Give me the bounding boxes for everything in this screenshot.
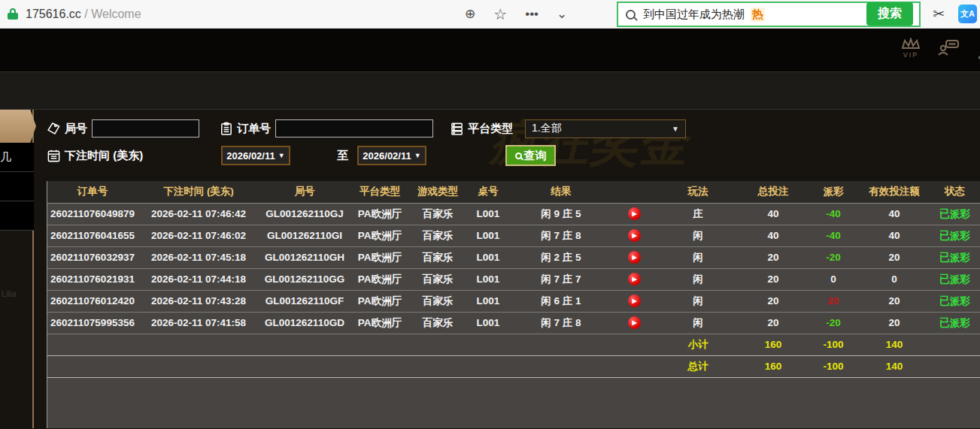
- subtotal-cell-play: [611, 334, 657, 355]
- subtotal-cell-table_no: [466, 334, 511, 355]
- order-no-input[interactable]: [275, 119, 433, 137]
- cell-total_bet: 20: [739, 246, 807, 268]
- table-header-row: 订单号下注时间 (美东)局号平台类型游戏类型桌号结果玩法总投注派彩有效投注额状态: [47, 181, 980, 203]
- subtotal-cell-status: [929, 334, 980, 355]
- play-video-button[interactable]: ▶: [628, 207, 641, 220]
- cell-play: ▶: [611, 203, 657, 225]
- more-menu-icon[interactable]: •••: [525, 8, 539, 20]
- subtotal-cell-round_no: [259, 334, 350, 355]
- query-button[interactable]: 查询: [505, 145, 556, 166]
- total-cell-wager: 总计: [657, 355, 739, 377]
- cell-payout: 20: [807, 290, 860, 312]
- music-icon[interactable]: ♪: [976, 39, 980, 65]
- cell-total_bet: 20: [739, 290, 807, 312]
- cell-result: 闲 7 庄 8: [511, 225, 611, 246]
- sidebar-item-partial[interactable]: 几: [0, 143, 34, 172]
- cell-bet_time: 2026-02-11 07:46:02: [138, 225, 259, 246]
- table-row: 2602110760124202026-02-11 07:43:28GL0012…: [47, 290, 980, 312]
- round-no-input[interactable]: [92, 119, 199, 137]
- cell-round_no: GL001262110GH: [259, 246, 350, 268]
- column-header-result: 结果: [511, 181, 611, 203]
- cell-platform: PA欧洲厅: [350, 268, 410, 290]
- scissors-icon[interactable]: ✂: [933, 5, 945, 23]
- cell-table_no: L001: [466, 246, 511, 268]
- column-header-wager: 玩法: [657, 181, 739, 203]
- sidebar-item-selected[interactable]: [0, 110, 36, 143]
- zoom-badge-icon[interactable]: ⊕: [465, 8, 475, 20]
- address-bar[interactable]: 175616.cc / Welcome: [26, 8, 141, 21]
- cell-play: ▶: [611, 312, 657, 334]
- sidebar-item[interactable]: [0, 172, 34, 201]
- platform-stack-icon: [450, 122, 464, 136]
- query-button-label: 查询: [524, 149, 547, 163]
- date-from-select[interactable]: 2026/02/11 ▼: [221, 146, 290, 165]
- vip-button[interactable]: VIP: [901, 38, 921, 59]
- app-header: VIP ♪: [0, 29, 980, 72]
- cell-round_no: GL001262110GF: [259, 290, 350, 312]
- column-header-valid_bet: 有效投注额: [860, 181, 929, 203]
- table-row: 2602110760329372026-02-11 07:45:18GL0012…: [47, 246, 980, 268]
- cell-round_no: GL001262110GD: [259, 312, 350, 334]
- total-cell-payout: -100: [807, 355, 860, 377]
- sidebar-item[interactable]: [0, 201, 34, 231]
- cell-table_no: L001: [466, 203, 511, 225]
- subtotal-cell-payout: -100: [807, 334, 860, 355]
- cell-platform: PA欧洲厅: [350, 290, 410, 312]
- chevron-down-icon[interactable]: ⌄: [557, 8, 567, 20]
- cell-wager: 闲: [657, 225, 739, 246]
- cell-wager: 庄: [657, 203, 739, 225]
- cell-game: 百家乐: [410, 290, 466, 312]
- cell-bet_time: 2026-02-11 07:43:28: [138, 290, 259, 312]
- column-header-table_no: 桌号: [466, 181, 511, 203]
- url-path: / Welcome: [81, 8, 141, 20]
- cell-result: 闲 6 庄 1: [511, 290, 611, 312]
- table-row: 2602110760219312026-02-11 07:44:18GL0012…: [47, 268, 980, 290]
- hot-tag: 热: [751, 8, 765, 22]
- customer-service-button[interactable]: [937, 39, 960, 59]
- crown-icon: [901, 38, 921, 50]
- total-cell-bet_time: [138, 355, 259, 377]
- play-video-button[interactable]: ▶: [628, 251, 641, 264]
- cell-game: 百家乐: [410, 246, 466, 268]
- cell-valid_bet: 20: [860, 246, 929, 268]
- cell-result: 闲 7 庄 8: [511, 312, 611, 334]
- cell-order_no: 260211075995356: [47, 312, 138, 334]
- bookmark-star-icon[interactable]: ☆: [493, 7, 507, 22]
- translate-icon[interactable]: 文A: [958, 5, 977, 23]
- sidebar: 几 Lilia: [0, 110, 34, 428]
- total-cell-total_bet: 160: [739, 355, 807, 377]
- date-to-value: 2026/02/11: [363, 150, 411, 162]
- column-header-platform: 平台类型: [350, 181, 410, 203]
- platform-type-value: 1.全部: [532, 122, 562, 135]
- cell-game: 百家乐: [410, 268, 466, 290]
- cell-result: 闲 7 庄 7: [511, 268, 611, 290]
- play-video-button[interactable]: ▶: [628, 295, 641, 307]
- cell-status: 已派彩: [929, 268, 980, 290]
- cell-total_bet: 40: [739, 225, 807, 246]
- subtotal-cell-platform: [350, 334, 410, 355]
- cell-round_no: GL001262110GJ: [259, 203, 350, 225]
- tag-icon: [47, 122, 61, 136]
- cell-payout: 0: [807, 268, 860, 290]
- cell-payout: -40: [807, 225, 860, 246]
- date-to-select[interactable]: 2026/02/11 ▼: [357, 146, 426, 165]
- cell-order_no: 260211076021931: [47, 268, 138, 290]
- lock-icon: [8, 8, 18, 20]
- subtotal-row: 小计160-100140: [47, 334, 980, 355]
- search-button[interactable]: 搜索: [866, 2, 913, 26]
- total-cell-game: [410, 355, 466, 377]
- platform-type-select[interactable]: 1.全部 ▼: [525, 119, 686, 138]
- cell-platform: PA欧洲厅: [350, 203, 410, 225]
- subtotal-cell-wager: 小计: [657, 334, 739, 355]
- play-video-button[interactable]: ▶: [628, 273, 641, 285]
- cell-result: 闲 2 庄 5: [511, 246, 611, 268]
- person-chat-icon: [937, 39, 960, 56]
- play-video-button[interactable]: ▶: [628, 316, 641, 329]
- subtotal-cell-bet_time: [138, 334, 259, 355]
- cell-bet_time: 2026-02-11 07:45:18: [138, 246, 259, 268]
- play-video-button[interactable]: ▶: [628, 229, 641, 242]
- cell-round_no: GL001262110GG: [259, 268, 350, 290]
- cell-status: 已派彩: [929, 290, 980, 312]
- cell-result: 闲 9 庄 5: [511, 203, 611, 225]
- cell-table_no: L001: [466, 268, 511, 290]
